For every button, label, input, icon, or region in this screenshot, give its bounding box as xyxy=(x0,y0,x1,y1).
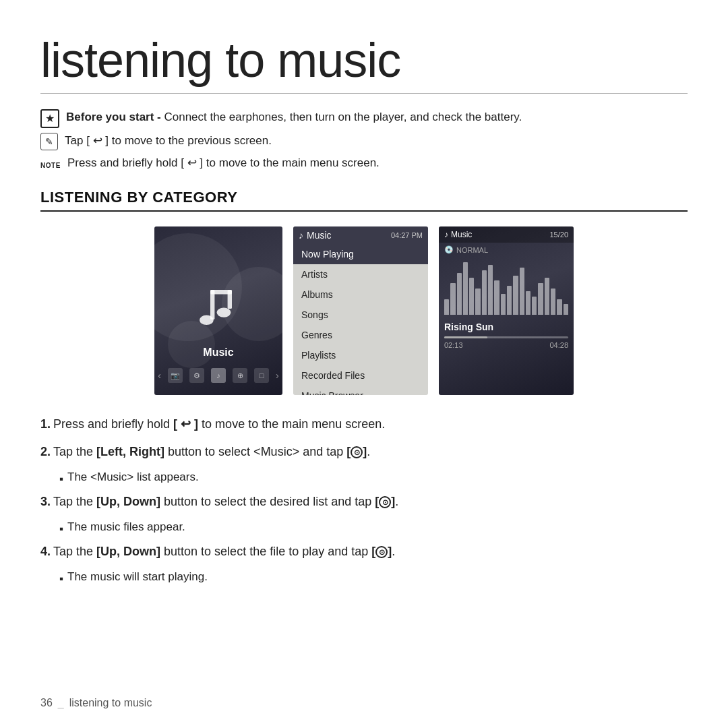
screen3-header-left: ♪ Music xyxy=(444,230,472,239)
nav-arrow-left: ‹ xyxy=(158,370,161,381)
screen3-mode: 💿 NORMAL xyxy=(439,243,574,257)
sub-text-4: The music will start playing. xyxy=(67,570,208,584)
tip-text-3: Press and briefly hold [ ↩ ] to move to … xyxy=(67,154,688,172)
sub-text-3: The music files appear. xyxy=(67,520,185,534)
eq-bar-12 xyxy=(513,276,518,315)
instr-text-1: Press and briefly hold [ ↩ ] to move to … xyxy=(53,415,688,433)
menu-item-now-playing[interactable]: Now Playing xyxy=(293,244,428,264)
page-footer: 36 _ listening to music xyxy=(40,697,152,709)
eq-bar-16 xyxy=(538,283,543,315)
footer-divider: _ xyxy=(58,697,64,709)
eq-bar-13 xyxy=(520,268,524,315)
screen3-title-text: Music xyxy=(451,230,472,239)
page-title: listening to music xyxy=(40,32,688,94)
cd-icon: 💿 xyxy=(444,245,454,254)
menu-item-albums[interactable]: Albums xyxy=(293,284,428,305)
instr-text-3: Tap the [Up, Down] button to select the … xyxy=(53,493,688,511)
tip2-text: Tap [ ↩ ] to move to the previous screen… xyxy=(65,134,272,147)
eq-bar-4 xyxy=(463,262,468,315)
instr2-bold1: [Left, Right] xyxy=(96,445,164,458)
instruction-2: 2. Tap the [Left, Right] button to selec… xyxy=(40,443,688,461)
instruction-4: 4. Tap the [Up, Down] button to select t… xyxy=(40,543,688,561)
sub-text-2: The <Music> list appears. xyxy=(67,471,199,484)
screen3-now-playing: ♪ Music 15/20 💿 NORMAL xyxy=(439,226,574,395)
screen2-header-title: ♪ Music xyxy=(299,230,332,241)
key-ok-4: [⊙] xyxy=(371,545,392,558)
instr-text-4: Tap the [Up, Down] button to select the … xyxy=(53,543,688,561)
tip1-rest: Connect the earphones, then turn on the … xyxy=(161,111,522,123)
svg-rect-2 xyxy=(228,290,232,309)
screen3-progress-bar xyxy=(444,336,568,338)
screen3-times: 02:13 04:28 xyxy=(439,341,574,349)
instr-num-2: 2. xyxy=(40,443,51,461)
instr-num-3: 3. xyxy=(40,493,51,511)
menu-item-playlists[interactable]: Playlists xyxy=(293,345,428,365)
eq-bar-15 xyxy=(532,297,537,315)
instruction-3: 3. Tap the [Up, Down] button to select t… xyxy=(40,493,688,511)
nav-icon-gear: ⚙ xyxy=(189,368,204,383)
screen3-time-total: 04:28 xyxy=(549,341,568,349)
eq-bar-11 xyxy=(507,286,512,315)
tip3-text: Press and briefly hold [ ↩ ] to move to … xyxy=(67,156,380,169)
eq-bar-18 xyxy=(551,289,555,315)
screen3-time-current: 02:13 xyxy=(444,341,463,349)
eq-bar-17 xyxy=(545,278,549,315)
svg-point-3 xyxy=(200,315,214,325)
nav-icon-camera: 📷 xyxy=(168,368,183,383)
screen3-song-title: Rising Sun xyxy=(439,317,574,336)
footer-label: listening to music xyxy=(69,697,152,709)
instr-text-2: Tap the [Left, Right] button to select <… xyxy=(53,443,688,461)
menu-item-recorded-files[interactable]: Recorded Files xyxy=(293,365,428,386)
sub-bullet-4: ▪ xyxy=(59,572,63,586)
nav-icon-image: □ xyxy=(254,368,269,383)
key-ok-3: [⊙] xyxy=(375,495,395,508)
pencil-icon: ✎ xyxy=(40,133,58,150)
key-ok-2: [⊙] xyxy=(346,445,367,458)
instruction-1: 1. Press and briefly hold [ ↩ ] to move … xyxy=(40,415,688,433)
mode-text: NORMAL xyxy=(456,246,488,254)
sub-bullet-3: ▪ xyxy=(59,522,63,536)
tip-text-1: Before you start - Connect the earphones… xyxy=(66,109,688,126)
tips-section: ★ Before you start - Connect the earphon… xyxy=(40,109,688,175)
instructions-section: 1. Press and briefly hold [ ↩ ] to move … xyxy=(40,415,688,586)
screen2-header-time: 04:27 PM xyxy=(391,231,423,239)
instr3-bold1: [Up, Down] xyxy=(96,495,160,508)
music-note-small: ♪ xyxy=(299,230,303,241)
music-note-svg xyxy=(191,284,245,338)
eq-bar-3 xyxy=(457,273,462,315)
tip1-bold: Before you start - xyxy=(66,111,161,123)
menu-item-songs[interactable]: Songs xyxy=(293,305,428,325)
tip-row-1: ★ Before you start - Connect the earphon… xyxy=(40,109,688,128)
music-note-icon xyxy=(191,284,245,341)
menu-item-artists[interactable]: Artists xyxy=(293,264,428,284)
instruction-2-sub: ▪ The <Music> list appears. xyxy=(59,471,688,486)
nav-icon-music: ♪ xyxy=(211,368,226,383)
section-heading: LISTENING BY CATEGORY xyxy=(40,189,688,212)
screenshots-row: Music ‹ 📷 ⚙ ♪ ⊕ □ › ♪ Music 04:27 PM Now… xyxy=(40,226,688,395)
tip-row-2: ✎ Tap [ ↩ ] to move to the previous scre… xyxy=(40,132,688,150)
key-back-1: [ ↩ ] xyxy=(173,417,198,431)
footer-page-num: 36 xyxy=(40,697,53,709)
eq-bar-5 xyxy=(469,278,474,315)
note-label: NOTE xyxy=(40,155,61,175)
screen1-nav: ‹ 📷 ⚙ ♪ ⊕ □ › xyxy=(158,368,278,383)
tip-row-3: NOTE Press and briefly hold [ ↩ ] to mov… xyxy=(40,154,688,175)
instr-num-1: 1. xyxy=(40,415,51,433)
music-note-small-3: ♪ xyxy=(444,230,448,239)
eq-bar-20 xyxy=(564,304,568,315)
eq-bar-6 xyxy=(475,289,480,315)
nav-arrow-right: › xyxy=(276,370,279,381)
eq-bar-8 xyxy=(488,265,493,315)
menu-item-genres[interactable]: Genres xyxy=(293,325,428,345)
page-content: listening to music ★ Before you start - … xyxy=(0,0,728,619)
screen3-header: ♪ Music 15/20 xyxy=(439,226,574,243)
menu-item-music-browser[interactable]: Music Browser xyxy=(293,386,428,395)
screen1-music-label: Music xyxy=(203,346,233,359)
eq-bar-14 xyxy=(526,291,530,315)
svg-rect-0 xyxy=(210,290,214,320)
instr4-bold1: [Up, Down] xyxy=(96,545,160,558)
screen2-header: ♪ Music 04:27 PM xyxy=(293,226,428,244)
instruction-4-sub: ▪ The music will start playing. xyxy=(59,570,688,586)
sub-bullet-2: ▪ xyxy=(59,473,63,486)
eq-bar-1 xyxy=(444,299,449,315)
